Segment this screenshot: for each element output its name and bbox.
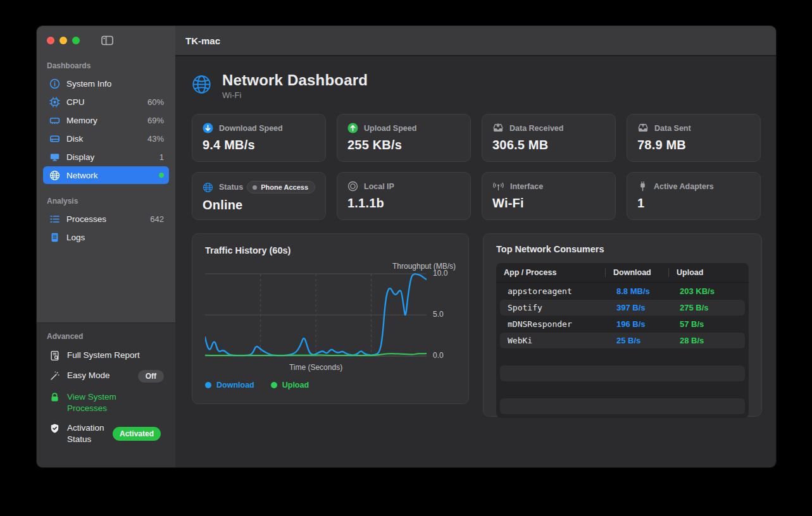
sidebar-item-label: System Info: [66, 79, 164, 89]
sidebar-item-value: 69%: [147, 116, 164, 125]
column-header-app-process: App / Process: [496, 268, 605, 277]
page-subtitle: Wi-Fi: [222, 90, 368, 100]
card-status: Status Phone Access Online: [192, 172, 326, 220]
legend-item-download: Download: [205, 381, 254, 390]
sidebar-item-value: 642: [150, 214, 164, 224]
consumers-table: App / Process Download Upload appstoreag…: [496, 263, 749, 418]
document-icon: [48, 232, 61, 243]
sidebar-item-easy-mode[interactable]: Easy Mode Off: [43, 370, 169, 383]
lock-icon: [48, 392, 61, 403]
scope-icon: [347, 181, 358, 192]
minimize-window-button[interactable]: [59, 37, 67, 44]
sidebar-item-label: Processes: [66, 214, 150, 224]
phone-access-dot: [253, 185, 257, 190]
activation-status-badge: Activated: [113, 427, 161, 441]
network-active-dot: [159, 173, 164, 178]
cpu-icon: [48, 97, 61, 108]
wand-icon: [48, 371, 61, 381]
sidebar-item-display[interactable]: Display 1: [43, 148, 169, 166]
card-value: Online: [203, 198, 315, 212]
y-tick-label: 0.0: [433, 351, 444, 360]
card-value: 1: [637, 196, 750, 211]
traffic-history-title: Traffic History (60s): [205, 245, 456, 255]
sidebar-item-system-info[interactable]: System Info: [43, 75, 169, 92]
easy-mode-state-badge: Off: [138, 370, 164, 383]
process-upload: 57 B/s: [672, 319, 745, 329]
window-chrome: [37, 26, 175, 55]
card-local-ip: Local IP 1.1.1b: [337, 172, 471, 220]
sidebar-item-label: Network: [66, 171, 159, 180]
traffic-history-panel: Traffic History (60s) Throughput (MB/s) …: [192, 233, 469, 404]
card-label: Interface: [510, 182, 605, 191]
memory-icon: [48, 115, 61, 126]
process-name: Spotify: [500, 303, 609, 312]
chart-legend: Download Upload: [205, 381, 456, 390]
table-row-empty: [500, 349, 745, 365]
sidebar-item-logs[interactable]: Logs: [43, 228, 169, 246]
sidebar-item-full-system-report[interactable]: Full System Report: [43, 350, 169, 361]
process-name: WebKi: [500, 336, 609, 345]
sidebar-item-view-system-processes[interactable]: View System Processes: [43, 391, 131, 414]
table-header-row: App / Process Download Upload: [496, 263, 749, 283]
disk-icon: [48, 133, 61, 144]
sidebar-item-label: Memory: [66, 116, 147, 125]
legend-item-upload: Upload: [271, 381, 309, 390]
toggle-sidebar-icon[interactable]: [101, 35, 113, 46]
page-title: Network Dashboard: [222, 71, 368, 89]
card-data-sent: Data Sent 78.9 MB: [627, 114, 761, 162]
card-value: 1.1.1b: [347, 196, 460, 211]
upload-legend-dot: [271, 382, 277, 388]
card-label: Data Received: [509, 124, 605, 133]
globe-icon: [48, 170, 61, 181]
sidebar-item-disk[interactable]: Disk 43%: [43, 130, 169, 147]
legend-label: Upload: [282, 381, 309, 390]
sidebar-item-label: Full System Report: [67, 350, 164, 361]
info-icon: [48, 78, 61, 89]
table-row[interactable]: mDNSResponder 196 B/s 57 B/s: [500, 316, 745, 332]
table-row[interactable]: appstoreagent 8.8 MB/s 203 KB/s: [500, 283, 745, 299]
tray-arrow-up-icon: [637, 123, 649, 133]
table-row[interactable]: WebKi 25 B/s 28 B/s: [500, 333, 745, 348]
sidebar-item-label: Logs: [66, 233, 164, 242]
sidebar-advanced-section: Advanced Full System Report Easy Mode Of…: [37, 322, 175, 467]
app-window: Dashboards System Info CPU 60% Mem: [36, 25, 777, 468]
card-value: 78.9 MB: [637, 138, 750, 152]
card-label: Download Speed: [219, 124, 315, 133]
consumers-title: Top Network Consumers: [496, 244, 749, 254]
shield-check-icon: [48, 423, 61, 434]
card-value: 9.4 MB/s: [203, 138, 315, 152]
card-active-adapters: Active Adapters 1: [627, 172, 761, 220]
sidebar-item-cpu[interactable]: CPU 60%: [43, 93, 169, 111]
column-header-download: Download: [605, 268, 668, 277]
sidebar-item-value: 60%: [147, 97, 164, 107]
page-header: Network Dashboard Wi-Fi: [192, 71, 761, 100]
process-name: appstoreagent: [500, 286, 609, 296]
process-download: 196 B/s: [609, 319, 672, 329]
x-axis-title: Time (Seconds): [205, 363, 427, 372]
sidebar-item-value: 1: [159, 152, 164, 162]
sidebar-item-label: Activation Status: [67, 422, 113, 445]
content-area: Network Dashboard Wi-Fi Download Speed 9…: [175, 56, 776, 467]
globe-icon: [192, 75, 211, 97]
sidebar-item-processes[interactable]: Processes 642: [43, 210, 169, 228]
section-label-advanced: Advanced: [37, 323, 175, 345]
section-label-dashboards: Dashboards: [37, 55, 175, 74]
sidebar-item-activation-status[interactable]: Activation Status Activated: [43, 422, 169, 445]
sidebar-item-label: CPU: [66, 97, 147, 107]
card-data-received: Data Received 306.5 MB: [482, 114, 616, 162]
display-icon: [48, 152, 61, 163]
zoom-window-button[interactable]: [72, 37, 80, 44]
table-row-empty: [500, 382, 745, 398]
sidebar-item-memory[interactable]: Memory 69%: [43, 111, 169, 129]
table-row[interactable]: Spotify 397 B/s 275 B/s: [500, 300, 745, 316]
sidebar-item-network[interactable]: Network: [43, 166, 169, 184]
card-upload-speed: Upload Speed 255 KB/s: [337, 114, 471, 162]
arrow-up-circle-icon: [347, 123, 358, 133]
stat-cards-grid: Download Speed 9.4 MB/s Upload Speed 255…: [192, 114, 761, 220]
column-header-upload: Upload: [668, 268, 749, 277]
phone-access-badge: Phone Access: [247, 181, 315, 194]
y-tick-label: 5.0: [433, 310, 444, 319]
sidebar-item-label: Disk: [66, 134, 147, 144]
close-window-button[interactable]: [47, 37, 54, 44]
y-axis-ticks: 10.05.00.0: [427, 273, 456, 358]
